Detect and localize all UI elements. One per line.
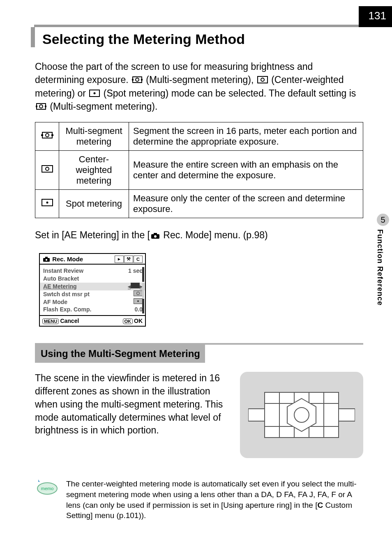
spot-icon: [89, 88, 100, 101]
svg-rect-13: [45, 106, 46, 107]
multi-segment-icon: [132, 74, 143, 87]
lcd-menu: Rec. Mode ▸ ⚒ C Instant Review 1 sec Aut…: [39, 253, 146, 327]
label: Auto Bracket: [43, 275, 79, 283]
page-title: Selecting the Metering Method: [31, 27, 363, 47]
chapter-tab: 5 Function Reference: [376, 214, 392, 306]
svg-rect-36: [248, 409, 265, 421]
scrollbar: [142, 267, 144, 313]
custom-menu-letter: C: [317, 501, 323, 509]
text: Set in [AE Metering] in the [: [35, 230, 150, 240]
svg-rect-27: [45, 257, 48, 258]
lcd-body: Instant Review 1 sec Auto Bracket AE Met…: [40, 265, 145, 315]
svg-rect-19: [42, 166, 53, 172]
text: (Multi-segment metering),: [146, 74, 256, 85]
ok-label: OK: [134, 318, 143, 324]
svg-point-6: [261, 78, 264, 81]
ok-badge-icon: OK: [123, 318, 133, 324]
label: AF Mode: [43, 298, 67, 306]
text: The center-weighted metering mode is aut…: [66, 479, 357, 509]
svg-rect-37: [339, 409, 355, 421]
svg-point-20: [46, 167, 49, 170]
memo-badge-icon: memo: [35, 479, 58, 497]
text: Rec. Mode] menu. (p.98): [161, 230, 268, 240]
svg-rect-17: [41, 134, 43, 136]
svg-rect-24: [154, 233, 157, 235]
label: Flash Exp. Comp.: [43, 306, 91, 313]
lcd-row-selected: AE Metering ◂▸: [40, 283, 145, 290]
value: 0.0: [135, 306, 143, 313]
svg-text:memo: memo: [41, 486, 54, 491]
table-row: Multi-segment metering Segment the scree…: [35, 122, 363, 151]
chapter-number: 5: [377, 214, 389, 226]
row-icon: [35, 151, 59, 190]
svg-rect-18: [51, 134, 53, 136]
svg-point-8: [94, 92, 96, 94]
label: AE Metering: [43, 283, 77, 290]
lcd-row: Flash Exp. Comp. 0.0: [43, 306, 143, 313]
lcd-row: AF Mode: [43, 298, 143, 306]
memo-text: The center-weighted metering mode is aut…: [66, 479, 363, 521]
row-name: Center-weighted metering: [59, 151, 129, 190]
svg-point-22: [46, 202, 48, 204]
multi-segment-icon: [36, 101, 46, 114]
value: [134, 290, 143, 298]
page-number: 131: [359, 6, 392, 27]
svg-point-39: [294, 408, 309, 422]
lcd-tabs: ▸ ⚒ C: [115, 256, 143, 263]
cancel-label: Cancel: [60, 318, 79, 324]
svg-point-25: [154, 235, 157, 237]
subheading: Using the Multi-Segment Metering: [35, 345, 205, 363]
table-row: Center-weighted metering Measure the ent…: [35, 151, 363, 190]
row-desc: Measure the entire screen with an emphas…: [129, 151, 363, 190]
lcd-row: Instant Review 1 sec: [43, 267, 143, 275]
value: [134, 298, 143, 306]
play-tab-icon: ▸: [115, 256, 124, 263]
intro-paragraph: Choose the part of the screen to use for…: [35, 60, 363, 114]
lcd-row: Swtch dst msr pt: [43, 290, 143, 298]
metering-table: Multi-segment metering Segment the scree…: [35, 122, 363, 218]
text: (Multi-segment metering).: [50, 101, 157, 112]
camera-icon: [43, 256, 50, 263]
subheading-rule: Using the Multi-Segment Metering: [35, 343, 363, 363]
lcd-footer: MENUCancel OKOK: [40, 315, 145, 326]
set-in-text: Set in [AE Metering] in the [ Rec. Mode]…: [35, 230, 363, 241]
camera-icon: [151, 230, 160, 242]
table-row: Spot metering Measure only the center of…: [35, 190, 363, 218]
svg-rect-4: [141, 79, 143, 81]
label: Swtch dst msr pt: [43, 290, 90, 298]
row-desc: Segment the screen in 16 parts, meter ea…: [129, 122, 363, 151]
memo-note: memo The center-weighted metering mode i…: [35, 479, 363, 521]
label: Instant Review: [43, 267, 83, 275]
lcd-row: Auto Bracket: [43, 275, 143, 283]
row-desc: Measure only the center of the screen an…: [129, 190, 363, 218]
svg-point-28: [46, 259, 47, 260]
center-weighted-icon: [257, 74, 268, 87]
row-name: Spot metering: [59, 190, 129, 218]
metering-zones-diagram: [240, 372, 363, 458]
svg-rect-12: [36, 106, 37, 107]
svg-rect-5: [258, 76, 267, 83]
chapter-title: Function Reference: [376, 229, 384, 306]
lcd-title: Rec. Mode: [52, 256, 83, 263]
multiseg-paragraph: The scene in the viewfinder is metered i…: [35, 372, 228, 458]
row-icon: [35, 122, 59, 151]
heading-rule: Selecting the Metering Method: [34, 25, 363, 47]
value: 1 sec: [128, 267, 143, 275]
row-icon: [35, 190, 59, 218]
custom-tab-icon: C: [134, 256, 143, 263]
menu-badge-icon: MENU: [42, 318, 59, 324]
value: ◂▸: [128, 283, 143, 290]
row-name: Multi-segment metering: [59, 122, 129, 151]
svg-rect-3: [132, 79, 134, 81]
lcd-header: Rec. Mode ▸ ⚒ C: [40, 254, 145, 265]
text: (Spot metering) mode can be selected. Th…: [104, 88, 356, 99]
setup-tab-icon: ⚒: [124, 256, 133, 263]
